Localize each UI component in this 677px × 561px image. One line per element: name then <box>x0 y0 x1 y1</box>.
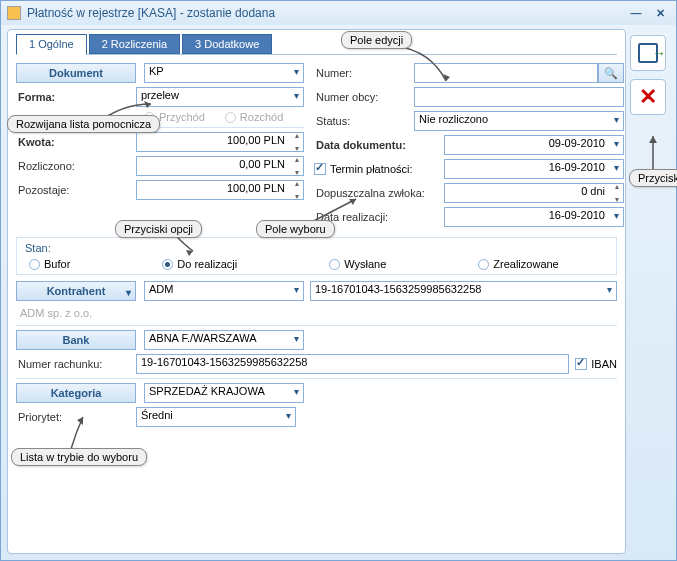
priorytet-label: Priorytet: <box>16 411 136 423</box>
checkbox-icon <box>575 358 587 370</box>
stan-group: Stan: Bufor Do realizacji Wysłane Zreali… <box>16 237 617 275</box>
disk-icon <box>638 43 658 63</box>
tab-rozliczenia[interactable]: 2 Rozliczenia <box>89 34 180 54</box>
minimize-button[interactable]: — <box>626 5 646 21</box>
status-label: Status: <box>314 115 414 127</box>
rozliczono-input[interactable]: 0,00 PLN <box>136 156 304 176</box>
data-realizacji-label: Data realizacji: <box>314 211 444 223</box>
przychod-radio: Przychód <box>144 111 205 123</box>
rozchod-radio: Rozchód <box>225 111 283 123</box>
numer-label: Numer: <box>314 67 414 79</box>
data-dokumentu-label: Data dokumentu: <box>314 139 444 151</box>
iban-check[interactable]: IBAN <box>575 358 617 370</box>
rozliczono-label: Rozliczono: <box>16 160 136 172</box>
numer-obcy-label: Numer obcy: <box>314 91 414 103</box>
termin-platnosci-combo[interactable]: 16-09-2010 <box>444 159 624 179</box>
status-combo[interactable]: Nie rozliczono <box>414 111 624 131</box>
dopuszczalna-zwloka-input[interactable]: 0 dni <box>444 183 624 203</box>
stan-wyslane-radio[interactable]: Wysłane <box>329 258 386 270</box>
tab-dodatkowe[interactable]: 3 Dodatkowe <box>182 34 272 54</box>
form-area: Dokument KP Forma: przelew Przychód Rozc… <box>16 55 617 427</box>
titlebar: Płatność w rejestrze [KASA] - zostanie d… <box>1 1 676 25</box>
kategoria-button[interactable]: Kategoria <box>16 383 136 403</box>
kontrahent-code-combo[interactable]: ADM <box>144 281 304 301</box>
window-icon <box>7 6 21 20</box>
kontrahent-account-combo[interactable]: 19-16701043-1563259985632258 <box>310 281 617 301</box>
forma-combo[interactable]: przelew <box>136 87 304 107</box>
kwota-input[interactable]: 100,00 PLN <box>136 132 304 152</box>
kwota-label: Kwota: <box>16 136 136 148</box>
main-panel: 1 Ogólne 2 Rozliczenia 3 Dodatkowe Dokum… <box>7 29 626 554</box>
numer-search-button[interactable]: 🔍 <box>598 63 624 83</box>
kategoria-combo[interactable]: SPRZEDAŻ KRAJOWA <box>144 383 304 403</box>
kontrahent-button[interactable]: Kontrahent ▾ <box>16 281 136 301</box>
sidebar-buttons: ✕ <box>630 35 670 115</box>
cancel-icon: ✕ <box>639 84 657 110</box>
tab-ogolne[interactable]: 1 Ogólne <box>16 34 87 55</box>
stan-do-realizacji-radio[interactable]: Do realizacji <box>162 258 237 270</box>
stan-label: Stan: <box>21 242 612 254</box>
forma-label: Forma: <box>16 91 136 103</box>
pozostaje-input[interactable]: 100,00 PLN <box>136 180 304 200</box>
callout-przyciski: Przyciski <box>629 169 677 187</box>
pozostaje-label: Pozostaje: <box>16 184 136 196</box>
data-realizacji-combo[interactable]: 16-09-2010 <box>444 207 624 227</box>
kontrahent-fullname: ADM sp. z o.o. <box>16 305 617 321</box>
tab-strip: 1 Ogólne 2 Rozliczenia 3 Dodatkowe <box>16 34 617 55</box>
chevron-down-icon: ▾ <box>126 284 131 302</box>
numer-rachunku-input[interactable]: 19-16701043-1563259985632258 <box>136 354 569 374</box>
dokument-button[interactable]: Dokument <box>16 63 136 83</box>
cancel-button[interactable]: ✕ <box>630 79 666 115</box>
priorytet-combo[interactable]: Średni <box>136 407 296 427</box>
numer-obcy-input[interactable] <box>414 87 624 107</box>
bank-button[interactable]: Bank <box>16 330 136 350</box>
magnifier-icon: 🔍 <box>604 67 618 80</box>
stan-zrealizowane-radio[interactable]: Zrealizowane <box>478 258 558 270</box>
checkbox-icon <box>314 163 326 175</box>
close-button[interactable]: ✕ <box>650 5 670 21</box>
save-button[interactable] <box>630 35 666 71</box>
window-frame: Płatność w rejestrze [KASA] - zostanie d… <box>0 0 677 561</box>
numer-rachunku-label: Numer rachunku: <box>16 358 136 370</box>
numer-input[interactable] <box>414 63 598 83</box>
dokument-type-combo[interactable]: KP <box>144 63 304 83</box>
bank-combo[interactable]: ABNA F./WARSZAWA <box>144 330 304 350</box>
window-title: Płatność w rejestrze [KASA] - zostanie d… <box>27 6 622 20</box>
dopuszczalna-zwloka-label: Dopuszczalna zwłoka: <box>314 187 444 199</box>
data-dokumentu-combo[interactable]: 09-09-2010 <box>444 135 624 155</box>
stan-bufor-radio[interactable]: Bufor <box>29 258 70 270</box>
termin-platnosci-check[interactable]: Termin płatności: <box>314 163 444 175</box>
